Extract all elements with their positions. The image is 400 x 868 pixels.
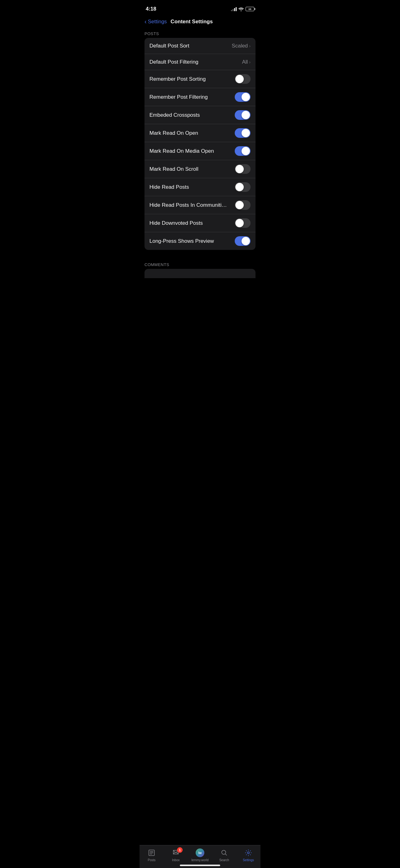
remember-post-sorting-label: Remember Post Sorting [149, 76, 235, 82]
chevron-right-icon: › [249, 43, 251, 49]
posts-section-header: POSTS [139, 29, 261, 38]
wifi-icon [238, 7, 244, 11]
back-chevron-icon: ‹ [144, 18, 147, 25]
default-post-filtering-value: All › [242, 59, 251, 65]
long-press-shows-preview-label: Long-Press Shows Preview [149, 238, 235, 244]
toggle-thumb [235, 183, 244, 191]
hide-downvoted-posts-toggle[interactable] [235, 218, 251, 228]
long-press-shows-preview-toggle[interactable] [235, 236, 251, 246]
mark-read-on-scroll-label: Mark Read On Scroll [149, 166, 235, 172]
status-bar: 4:18 69 [139, 0, 261, 16]
toggle-thumb [241, 111, 250, 119]
mark-read-on-media-open-label: Mark Read On Media Open [149, 148, 235, 154]
mark-read-on-open-label: Mark Read On Open [149, 130, 235, 136]
signal-bars-icon [231, 7, 237, 11]
long-press-shows-preview-row: Long-Press Shows Preview [144, 232, 256, 250]
hide-read-posts-row: Hide Read Posts [144, 178, 256, 196]
hide-read-posts-label: Hide Read Posts [149, 184, 235, 190]
mark-read-on-media-open-row: Mark Read On Media Open [144, 142, 256, 160]
default-post-sort-label: Default Post Sort [149, 43, 232, 49]
toggle-thumb [241, 93, 250, 101]
default-post-sort-row[interactable]: Default Post Sort Scaled › [144, 38, 256, 54]
default-post-filtering-row[interactable]: Default Post Filtering All › [144, 54, 256, 70]
embeded-crossposts-toggle[interactable] [235, 110, 251, 120]
remember-post-filtering-row: Remember Post Filtering [144, 88, 256, 106]
mark-read-on-scroll-row: Mark Read On Scroll [144, 160, 256, 178]
toggle-thumb [235, 165, 244, 173]
navigation-bar: ‹ Settings Content Settings [139, 16, 261, 29]
back-button[interactable]: ‹ Settings [144, 18, 167, 25]
hide-read-posts-toggle[interactable] [235, 182, 251, 192]
hide-downvoted-posts-label: Hide Downvoted Posts [149, 220, 235, 226]
comments-settings-card-partial [144, 269, 256, 278]
back-label: Settings [148, 19, 167, 25]
remember-post-sorting-toggle[interactable] [235, 74, 251, 84]
toggle-thumb [241, 237, 250, 245]
toggle-thumb [241, 147, 250, 155]
hide-read-posts-communities-toggle[interactable] [235, 200, 251, 210]
default-post-filtering-label: Default Post Filtering [149, 59, 242, 65]
hide-read-posts-communities-label: Hide Read Posts In Communiti… [149, 202, 235, 208]
mark-read-on-open-row: Mark Read On Open [144, 124, 256, 142]
page-title: Content Settings [171, 19, 213, 25]
status-icons: 69 [231, 7, 254, 11]
toggle-thumb [235, 75, 244, 83]
posts-settings-card: Default Post Sort Scaled › Default Post … [144, 38, 256, 250]
toggle-thumb [235, 201, 244, 209]
mark-read-on-scroll-toggle[interactable] [235, 164, 251, 174]
embeded-crossposts-label: Embeded Crossposts [149, 112, 235, 118]
status-time: 4:18 [146, 6, 156, 12]
toggle-thumb [235, 219, 244, 227]
remember-post-sorting-row: Remember Post Sorting [144, 70, 256, 88]
hide-read-posts-communities-row: Hide Read Posts In Communiti… [144, 196, 256, 214]
battery-icon: 69 [245, 7, 254, 11]
comments-section-header: COMMENTS [139, 260, 261, 269]
mark-read-on-open-toggle[interactable] [235, 128, 251, 138]
comments-section: COMMENTS [139, 260, 261, 278]
mark-read-on-media-open-toggle[interactable] [235, 146, 251, 156]
hide-downvoted-posts-row: Hide Downvoted Posts [144, 214, 256, 232]
embeded-crossposts-row: Embeded Crossposts [144, 106, 256, 124]
remember-post-filtering-toggle[interactable] [235, 92, 251, 102]
remember-post-filtering-label: Remember Post Filtering [149, 94, 235, 100]
default-post-sort-value: Scaled › [232, 43, 251, 49]
toggle-thumb [241, 129, 250, 137]
chevron-right-icon: › [249, 60, 251, 65]
